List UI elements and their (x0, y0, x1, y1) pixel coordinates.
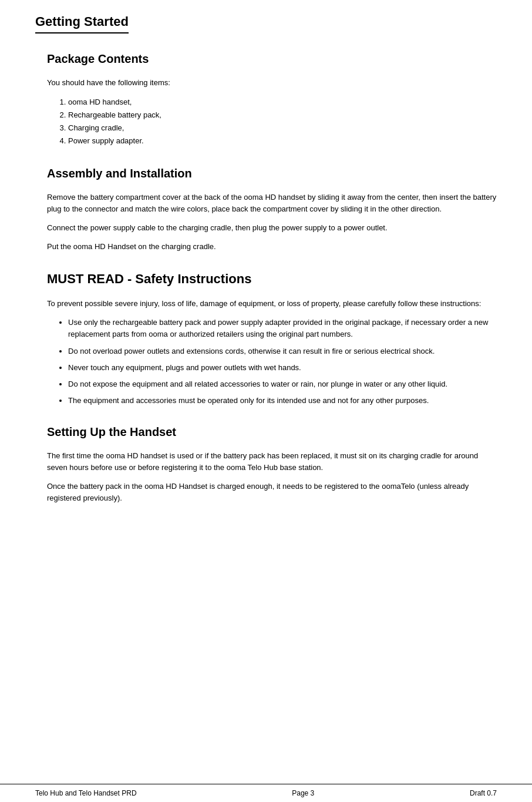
assembly-para-3: Put the ooma HD Handset on the charging … (47, 241, 497, 253)
page-title: Getting Started (35, 12, 129, 33)
list-item: Do not expose the equipment and all rela… (68, 378, 497, 390)
list-item: Do not overload power outlets and extens… (68, 345, 497, 357)
must-read-intro: To prevent possible severe injury, loss … (47, 298, 497, 310)
list-item: Use only the rechargeable battery pack a… (68, 317, 497, 340)
section-setting-up: Setting Up the Handset The first time th… (35, 423, 497, 505)
footer-center: Page 3 (292, 788, 314, 798)
package-list: ooma HD handset, Rechargeable battery pa… (68, 96, 497, 147)
heading-must-read: MUST READ - Safety Instructions (47, 269, 497, 288)
package-intro: You should have the following items: (47, 77, 497, 89)
section-inner-assembly: Assembly and Installation Remove the bat… (35, 165, 497, 253)
section-must-read: MUST READ - Safety Instructions To preve… (35, 269, 497, 407)
footer-left: Telo Hub and Telo Handset PRD (35, 788, 137, 798)
heading-setting-up: Setting Up the Handset (47, 423, 497, 441)
setting-up-para-1: The first time the ooma HD handset is us… (47, 450, 497, 474)
assembly-para-2: Connect the power supply cable to the ch… (47, 222, 497, 234)
setting-up-para-2: Once the battery pack in the ooma HD Han… (47, 481, 497, 504)
list-item: Never touch any equipment, plugs and pow… (68, 362, 497, 374)
section-assembly: Assembly and Installation Remove the bat… (35, 165, 497, 253)
section-package-contents: Package Contents You should have the fol… (35, 50, 497, 148)
list-item: Power supply adapter. (68, 135, 497, 147)
footer: Telo Hub and Telo Handset PRD Page 3 Dra… (0, 784, 532, 802)
section-inner-must-read: MUST READ - Safety Instructions To preve… (35, 269, 497, 407)
section-inner-package: Package Contents You should have the fol… (35, 50, 497, 148)
heading-assembly: Assembly and Installation (47, 165, 497, 182)
footer-right: Draft 0.7 (470, 788, 497, 798)
list-item: The equipment and accessories must be op… (68, 395, 497, 407)
list-item: ooma HD handset, (68, 96, 497, 109)
section-inner-setting-up: Setting Up the Handset The first time th… (35, 423, 497, 505)
must-read-list: Use only the rechargeable battery pack a… (68, 317, 497, 407)
content-area: Getting Started Package Contents You sho… (35, 12, 497, 551)
list-item: Charging cradle, (68, 122, 497, 135)
heading-package-contents: Package Contents (47, 50, 497, 68)
list-item: Rechargeable battery pack, (68, 109, 497, 122)
assembly-para-1: Remove the battery compartment cover at … (47, 192, 497, 215)
